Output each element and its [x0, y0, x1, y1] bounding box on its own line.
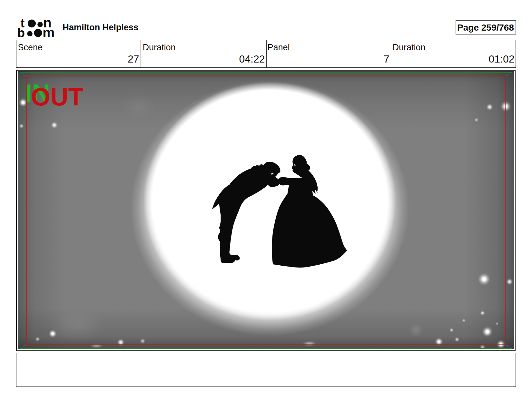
svg-text:b: b [17, 26, 25, 40]
svg-text:m: m [43, 25, 54, 40]
svg-text:OUT: OUT [31, 83, 84, 111]
